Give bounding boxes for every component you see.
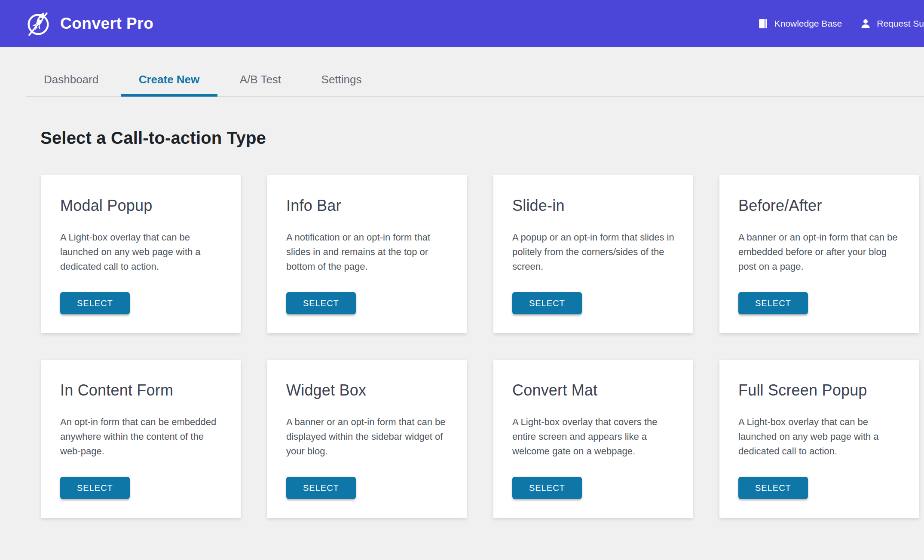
app-header: Convert Pro Knowledge Base Request Su	[0, 0, 924, 47]
select-button-in-content-form[interactable]: SELECT	[60, 477, 130, 499]
cta-card-info-bar: Info Bar A notification or an opt-in for…	[267, 175, 467, 333]
header-nav: Knowledge Base Request Su	[758, 18, 924, 29]
cta-grid: Modal Popup A Light-box overlay that can…	[41, 175, 924, 518]
card-description: A Light-box overlay that can be launched…	[60, 230, 223, 274]
card-title: Widget Box	[286, 381, 450, 399]
card-title: Modal Popup	[60, 197, 223, 215]
card-title: In Content Form	[60, 381, 223, 399]
knowledge-base-link[interactable]: Knowledge Base	[758, 18, 842, 29]
user-icon	[860, 18, 871, 29]
request-support-link[interactable]: Request Su	[860, 18, 924, 29]
card-title: Convert Mat	[512, 381, 676, 399]
tab-dashboard[interactable]: Dashboard	[26, 66, 116, 97]
main-content: Select a Call-to-action Type Modal Popup…	[0, 128, 924, 518]
cta-card-slide-in: Slide-in A popup or an opt-in form that …	[493, 175, 693, 333]
select-button-widget-box[interactable]: SELECT	[286, 477, 356, 499]
card-description: A notification or an opt-in form that sl…	[286, 230, 450, 274]
card-description: A Light-box overlay that can be launched…	[738, 415, 902, 459]
request-support-label: Request Su	[877, 18, 924, 29]
card-description: A banner or an opt-in form that can be e…	[738, 230, 902, 274]
card-description: A popup or an opt-in form that slides in…	[512, 230, 676, 274]
cta-card-before-after: Before/After A banner or an opt-in form …	[719, 175, 919, 333]
knowledge-base-label: Knowledge Base	[774, 18, 842, 29]
tab-bar: Dashboard Create New A/B Test Settings	[26, 66, 924, 97]
card-title: Full Screen Popup	[738, 381, 902, 399]
page-title: Select a Call-to-action Type	[40, 128, 924, 148]
book-icon	[758, 18, 769, 29]
tab-ab-test[interactable]: A/B Test	[222, 66, 299, 97]
brand-name: Convert Pro	[60, 15, 153, 33]
card-title: Slide-in	[512, 197, 676, 215]
card-title: Before/After	[738, 197, 902, 215]
select-button-modal-popup[interactable]: SELECT	[60, 292, 130, 314]
tab-create-new[interactable]: Create New	[121, 66, 218, 97]
select-button-convert-mat[interactable]: SELECT	[512, 477, 582, 499]
convert-pro-logo-icon	[25, 10, 52, 37]
card-description: A Light-box overlay that covers the enti…	[512, 415, 676, 459]
cta-card-convert-mat: Convert Mat A Light-box overlay that cov…	[493, 360, 693, 518]
select-button-full-screen-popup[interactable]: SELECT	[738, 477, 808, 499]
tab-settings[interactable]: Settings	[303, 66, 380, 97]
card-description: An opt-in form that can be embedded anyw…	[60, 415, 223, 459]
cta-card-modal-popup: Modal Popup A Light-box overlay that can…	[41, 175, 241, 333]
brand: Convert Pro	[25, 10, 153, 37]
cta-card-in-content-form: In Content Form An opt-in form that can …	[41, 360, 241, 518]
select-button-before-after[interactable]: SELECT	[738, 292, 808, 314]
select-button-info-bar[interactable]: SELECT	[286, 292, 356, 314]
select-button-slide-in[interactable]: SELECT	[512, 292, 582, 314]
card-title: Info Bar	[286, 197, 450, 215]
card-description: A banner or an opt-in form that can be d…	[286, 415, 450, 459]
cta-card-widget-box: Widget Box A banner or an opt-in form th…	[267, 360, 467, 518]
cta-card-full-screen-popup: Full Screen Popup A Light-box overlay th…	[719, 360, 919, 518]
